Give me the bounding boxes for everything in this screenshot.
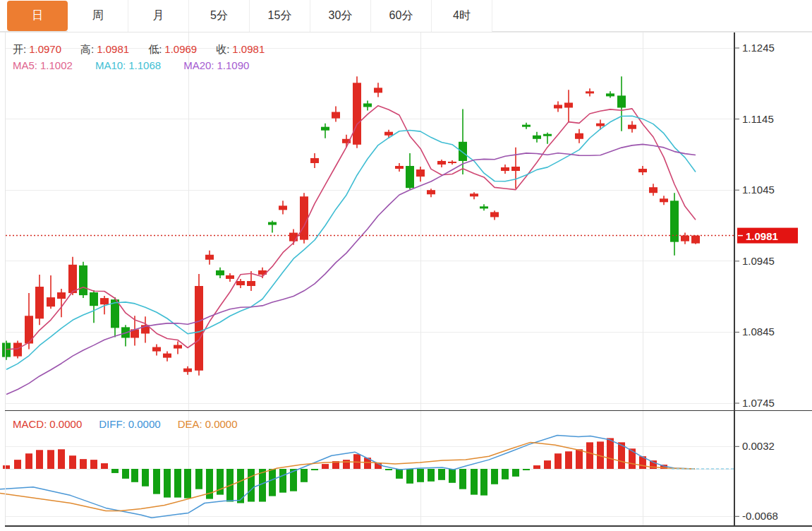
candle-body	[501, 167, 509, 171]
legend-label: MA20:	[183, 59, 214, 71]
candle-body	[554, 105, 562, 108]
candle-body	[638, 169, 647, 172]
legend-label: 开:	[13, 43, 26, 56]
macd-hist-bar	[406, 469, 413, 484]
macd-hist-bar	[576, 449, 583, 469]
ohlc-legend: 开:1.0970高:1.0981低:1.0969收:1.0981	[13, 43, 265, 56]
candle-body	[374, 88, 382, 93]
candle-body	[300, 196, 308, 239]
macd-hist-bar	[14, 460, 21, 469]
macd-hist-bar	[555, 453, 562, 469]
candle-body	[279, 205, 287, 210]
macd-hist-bar	[353, 454, 360, 469]
tab-timeframe-5[interactable]: 30分	[310, 0, 371, 32]
axis-tick-label: 1.0945	[742, 255, 775, 267]
tab-timeframe-0[interactable]: 日	[7, 1, 68, 31]
macd-hist-bar	[428, 469, 435, 482]
candle-body	[226, 275, 234, 279]
candle-body	[152, 347, 161, 352]
legend-value: 1.0981	[97, 43, 129, 56]
candle-body	[79, 266, 87, 295]
candle-body	[406, 166, 414, 188]
legend-value: 0.0000	[49, 418, 82, 430]
macd-row-item-2: DEA:0.0000	[178, 418, 238, 430]
candle-body	[617, 95, 626, 107]
candle-body	[511, 167, 520, 171]
macd-hist-bar	[153, 469, 160, 494]
legend-label: 高:	[80, 43, 94, 56]
axis-tick-label: 1.0745	[742, 397, 775, 409]
ma5-line	[6, 106, 696, 350]
tab-timeframe-2[interactable]: 月	[128, 0, 189, 32]
macd-hist-bar	[607, 438, 614, 469]
macd-hist-bar	[111, 469, 119, 473]
macd-hist-bar	[184, 469, 191, 499]
macd-hist-bar	[131, 469, 138, 482]
legend-label: MACD:	[13, 418, 47, 430]
tab-timeframe-4[interactable]: 15分	[250, 0, 310, 32]
macd-hist-bar	[586, 442, 593, 469]
macd-hist-bar	[523, 469, 530, 470]
candle-body	[321, 127, 329, 131]
macd-hist-bar	[58, 449, 65, 469]
axis-tick-label: 1.1145	[742, 113, 774, 125]
candle-body	[35, 287, 44, 318]
ma-legend: MA5:1.1002MA10:1.1068MA20:1.1090	[13, 59, 249, 71]
candle-body	[480, 206, 488, 208]
candle-body	[195, 286, 203, 371]
macd-legend: MACD:0.0000DIFF:0.0000DEA:0.0000	[13, 418, 238, 430]
candle-body	[660, 198, 668, 202]
tab-timeframe-7[interactable]: 4时	[432, 0, 492, 32]
ma-row-item-2: MA20:1.1090	[183, 59, 249, 71]
candle-body	[470, 193, 478, 196]
macd-hist-bar	[471, 469, 478, 495]
legend-value: 1.1068	[128, 59, 161, 71]
candle-body	[427, 190, 435, 194]
candle-body	[57, 292, 66, 299]
macd-hist-bar	[491, 469, 498, 484]
macd-hist-bar	[90, 460, 97, 469]
macd-row-item-0: MACD:0.0000	[13, 418, 82, 430]
candle-body	[543, 134, 552, 136]
candle-body	[395, 166, 404, 169]
macd-hist-bar	[311, 469, 318, 470]
ohlc-row-item-0: 开:1.0970	[13, 43, 61, 56]
macd-hist-bar	[164, 469, 171, 498]
ohlc-row-item-3: 收:1.0981	[216, 43, 265, 56]
ma-row-item-0: MA5:1.1002	[13, 59, 73, 71]
macd-hist-bar	[47, 450, 54, 469]
candle-body	[216, 270, 224, 275]
macd-hist-bar	[449, 469, 456, 483]
legend-value: 0.0000	[205, 418, 238, 430]
tab-timeframe-6[interactable]: 60分	[371, 0, 432, 32]
axis-tick-label: 1.1045	[742, 184, 775, 196]
tab-timeframe-1[interactable]: 周	[68, 0, 128, 32]
macd-row-item-1: DIFF:0.0000	[99, 418, 160, 430]
macd-hist-bar	[343, 460, 350, 469]
candle-body	[289, 233, 298, 241]
candle-body	[205, 255, 214, 260]
tab-timeframe-3[interactable]: 5分	[189, 0, 250, 32]
macd-hist-bar	[385, 469, 392, 470]
ohlc-row-item-2: 低:1.0969	[148, 43, 197, 56]
candle-body	[268, 222, 277, 225]
macd-hist-bar	[248, 469, 255, 502]
candle-body	[174, 345, 182, 349]
macd-hist-bar	[544, 460, 551, 469]
macd-hist-bar	[195, 469, 202, 489]
macd-hist-bar	[36, 450, 43, 469]
candle-body	[416, 169, 425, 177]
legend-value: 1.0981	[232, 43, 265, 56]
candle-body	[100, 298, 109, 304]
macd-hist-bar	[101, 463, 108, 469]
macd-hist-bar	[438, 469, 445, 480]
macd-hist-bar	[512, 469, 519, 477]
candle-body	[490, 212, 499, 217]
candle-body	[236, 281, 245, 285]
legend-value: 1.1090	[217, 59, 250, 71]
macd-hist-bar	[301, 469, 308, 482]
candle-body	[596, 124, 605, 126]
candle-body	[606, 93, 614, 96]
macd-hist-bar	[480, 469, 487, 496]
ma-row-item-1: MA10:1.1068	[95, 59, 161, 71]
